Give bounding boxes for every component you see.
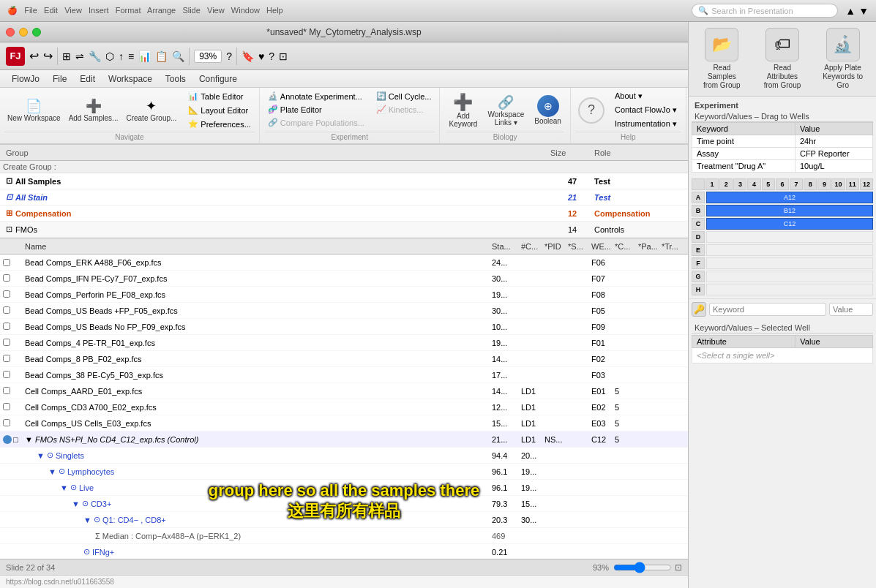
file-row-1[interactable]: Bead Comps_ERK A488_F06_exp.fcs 24... F0… — [0, 255, 688, 271]
row-checkbox-10[interactable] — [3, 403, 10, 410]
menu-workspace[interactable]: Workspace — [102, 72, 158, 86]
zoom-fit-button[interactable]: ⊡ — [675, 562, 682, 573]
compare-populations-button[interactable]: 🔗 Compare Populations... — [264, 116, 368, 129]
file-row-10[interactable]: Cell Comps_CD3 A700_E02_exp.fcs 12... LD… — [0, 399, 688, 415]
tool-icon[interactable]: 🔧 — [89, 50, 101, 62]
bookmark-icon[interactable]: 🔖 — [242, 50, 254, 62]
tree-row-q1[interactable]: ▼ ⊙ Q1: CD4− , CD8+ 20.3 30... — [0, 512, 688, 528]
check-8[interactable] — [3, 371, 25, 380]
close-button[interactable] — [6, 28, 15, 37]
add-samples-button[interactable]: ➕ Add Samples... — [66, 97, 121, 124]
file-row-6[interactable]: Bead Comps_4 PE-TR_F01_exp.fcs 19... F01 — [0, 335, 688, 351]
help-circle-icon[interactable]: ? — [226, 50, 232, 62]
tree-expand-q1[interactable]: ▼ — [83, 516, 91, 524]
boolean-button[interactable]: ⊕ Boolean — [531, 94, 564, 127]
hex-icon[interactable]: ⬡ — [105, 50, 114, 62]
plate-cell-a12[interactable]: A12 — [706, 192, 873, 203]
check-11[interactable] — [3, 419, 25, 428]
grid-icon[interactable]: ⊞ — [62, 50, 71, 62]
menu-configure[interactable]: Configure — [193, 72, 243, 86]
kv-row-2[interactable]: Assay CFP Reporter — [692, 148, 873, 160]
sample-row-all-stain[interactable]: ⊡ All Stain 21 Test — [0, 189, 688, 206]
kv-row-3[interactable]: Treatment "Drug A" 10ug/L — [692, 160, 873, 173]
zoom-slider[interactable] — [613, 562, 672, 573]
row-checkbox-5[interactable] — [3, 323, 10, 330]
minimize-button[interactable] — [19, 28, 28, 37]
heart-icon[interactable]: ♥ — [258, 50, 264, 62]
window-buttons[interactable] — [6, 28, 41, 37]
instrumentation-button[interactable]: Instrumentation ▾ — [610, 118, 681, 130]
check-5[interactable] — [3, 323, 25, 331]
check-fmo[interactable]: □ — [3, 435, 25, 444]
chart-icon[interactable]: 📊 — [138, 50, 151, 62]
row-checkbox-1[interactable] — [3, 259, 10, 266]
tree-expand-cd3[interactable]: ▼ — [72, 500, 80, 508]
menu-flowjo[interactable]: FlowJo — [6, 72, 45, 86]
plate-editor-button[interactable]: 🧬 Plate Editor — [264, 103, 368, 116]
tree-row-live[interactable]: ▼ ⊙ Live 96.1 19... — [0, 480, 688, 496]
sample-row-compensation[interactable]: ⊞ Compensation 12 Compensation — [0, 206, 688, 222]
plate-cell-c12[interactable]: C12 — [706, 218, 873, 230]
mag-icon[interactable]: 🔍 — [172, 50, 184, 62]
tree-row-lymphocytes[interactable]: ▼ ⊙ Lymphocytes 96.1 19... — [0, 464, 688, 480]
file-row-8[interactable]: Bead Comps_38 PE-Cy5_F03_exp.fcs 17... F… — [0, 367, 688, 383]
row-checkbox-2[interactable] — [3, 274, 10, 282]
sample-row-all-samples[interactable]: ⊡ All Samples 47 Test — [0, 173, 688, 189]
kinetics-button[interactable]: 📈 Kinetics... — [373, 103, 435, 116]
help-icon[interactable]: ? — [269, 50, 274, 62]
row-checkbox-11[interactable] — [3, 419, 10, 426]
row-checkbox-6[interactable] — [3, 339, 10, 346]
row-checkbox-3[interactable] — [3, 290, 10, 298]
menu-edit[interactable]: Edit — [74, 72, 101, 86]
table-editor-button[interactable]: 📊 Table Editor — [184, 90, 254, 102]
plate-cell-b12[interactable]: B12 — [706, 205, 873, 216]
new-workspace-button[interactable]: 📄 New Workspace — [4, 97, 64, 124]
maximize-button[interactable] — [32, 28, 41, 37]
layout-editor-button[interactable]: 📐 Layout Editor — [184, 104, 254, 116]
os-chevron-down[interactable]: ▼ — [858, 5, 869, 17]
check-4[interactable] — [3, 306, 25, 315]
help-question-button[interactable]: ? — [575, 96, 607, 125]
contact-flowjo-button[interactable]: Contact FlowJo ▾ — [610, 104, 681, 116]
row-checkbox-4[interactable] — [3, 306, 10, 314]
redo-button[interactable]: ↪ — [43, 49, 53, 63]
file-row-2[interactable]: Bead Comps_IFN PE-Cy7_F07_exp.fcs 30... … — [0, 271, 688, 287]
upload-icon[interactable]: ↑ — [119, 50, 124, 62]
tree-row-ifng[interactable]: ⊙ IFNg+ 0.21 — [0, 544, 688, 559]
plate-cell-f12[interactable] — [706, 257, 873, 269]
row-checkbox-7[interactable] — [3, 355, 10, 362]
about-button[interactable]: About ▾ — [610, 90, 681, 102]
check-9[interactable] — [3, 387, 25, 396]
file-row-3[interactable]: Bead Comps_Perforin PE_F08_exp.fcs 19...… — [0, 287, 688, 303]
annotate-button[interactable]: 🔬 Annotate Experiment... — [264, 90, 368, 102]
kw-keyword-input[interactable] — [709, 303, 826, 316]
row-checkbox-8[interactable] — [3, 371, 10, 378]
kv-row-1[interactable]: Time point 24hr — [692, 135, 873, 148]
plate-cell-e12[interactable] — [706, 244, 873, 256]
row-checkbox-9[interactable] — [3, 387, 10, 394]
file-row-fmo[interactable]: □ ▼ FMOs NS+PI_No CD4_C12_exp.fcs (Contr… — [0, 431, 688, 448]
file-row-7[interactable]: Bead Comps_8 PB_F02_exp.fcs 14... F02 — [0, 351, 688, 367]
tree-expand-singlets[interactable]: ▼ — [37, 451, 45, 460]
plate-cell-g12[interactable] — [706, 271, 873, 282]
tree-expand-lymphocytes[interactable]: ▼ — [48, 467, 56, 476]
file-row-11[interactable]: Cell Comps_US Cells_E03_exp.fcs 15... LD… — [0, 415, 688, 431]
share-icon[interactable]: ⊡ — [279, 50, 288, 62]
preferences-button[interactable]: ⭐ Preferences... — [184, 118, 254, 130]
menu-tools[interactable]: Tools — [160, 72, 192, 86]
check-7[interactable] — [3, 355, 25, 363]
list-icon[interactable]: ≡ — [128, 50, 134, 62]
kw-value-input[interactable] — [829, 303, 873, 316]
check-10[interactable] — [3, 403, 25, 412]
plate-cell-d12[interactable] — [706, 231, 873, 243]
tree-expand-live[interactable]: ▼ — [60, 483, 68, 492]
workspace-links-button[interactable]: 🔗 WorkspaceLinks ▾ — [484, 93, 527, 128]
sample-row-fmos[interactable]: ⊡ FMOs 14 Controls — [0, 222, 688, 238]
check-3[interactable] — [3, 290, 25, 299]
file-row-4[interactable]: Bead Comps_US Beads +FP_F05_exp.fcs 30..… — [0, 303, 688, 319]
undo-button[interactable]: ↩ — [29, 49, 39, 63]
switch-icon[interactable]: ⇌ — [75, 50, 84, 62]
plate-cell-h12[interactable] — [706, 284, 873, 295]
check-2[interactable] — [3, 274, 25, 283]
menu-file[interactable]: File — [47, 72, 72, 86]
